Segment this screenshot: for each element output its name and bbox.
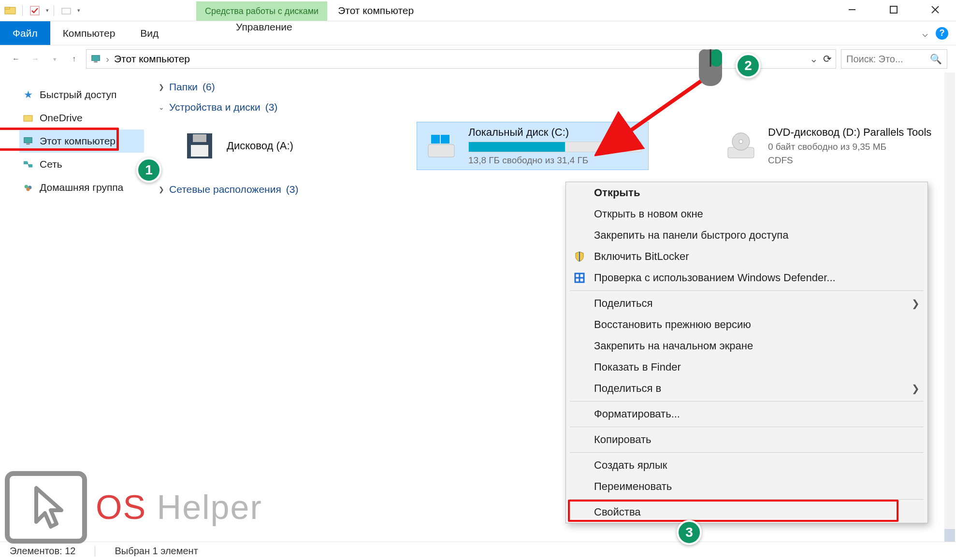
watermark-cursor-frame — [5, 471, 87, 544]
ctx-copy[interactable]: Копировать — [566, 429, 927, 450]
tree-label: Этот компьютер — [40, 135, 116, 147]
disc-icon — [724, 129, 758, 163]
callout-badge-3: 3 — [677, 520, 702, 545]
svg-line-15 — [28, 162, 29, 165]
group-count: (6) — [203, 81, 215, 93]
svg-rect-12 — [26, 144, 29, 145]
svg-rect-1 — [5, 7, 10, 9]
status-selected: Выбран 1 элемент — [115, 546, 198, 557]
group-devices[interactable]: ⌄ Устройства и диски (3) — [156, 98, 946, 118]
address-text: Этот компьютер — [114, 53, 190, 65]
drive-dvd[interactable]: DVD-дисковод (D:) Parallels Tools 0 байт… — [716, 122, 943, 170]
explorer-icon[interactable] — [3, 3, 17, 18]
svg-rect-32 — [699, 49, 710, 67]
tab-file[interactable]: Файл — [0, 21, 50, 45]
qat-dropdown-icon[interactable]: ▾ — [46, 7, 49, 14]
maximize-button[interactable] — [873, 0, 914, 19]
ctx-pin-start[interactable]: Закрепить на начальном экране — [566, 335, 927, 357]
callout-badge-2: 2 — [736, 53, 761, 78]
ctx-share-in[interactable]: Поделиться в❯ — [566, 378, 927, 399]
svg-rect-14 — [29, 164, 32, 167]
pc-icon — [22, 135, 34, 147]
drive-floppy[interactable]: Дисковод (A:) — [175, 122, 349, 170]
ctx-open-new-window[interactable]: Открыть в новом окне — [566, 203, 927, 225]
tab-view[interactable]: Вид — [128, 21, 171, 45]
title-bar: ▾ ▾ Средства работы с дисками Этот компь… — [0, 0, 956, 21]
chevron-right-icon: ❯ — [159, 83, 164, 91]
tree-onedrive[interactable]: OneDrive — [19, 106, 144, 129]
ctx-format[interactable]: Форматировать... — [566, 403, 927, 425]
tree-label: OneDrive — [40, 112, 83, 124]
drive-subtext: 13,8 ГБ свободно из 31,4 ГБ — [468, 155, 641, 166]
group-folders[interactable]: ❯ Папки (6) — [156, 77, 946, 98]
tree-homegroup[interactable]: Домашняя группа — [19, 176, 144, 199]
svg-rect-3 — [62, 8, 71, 14]
tab-computer[interactable]: Компьютер — [50, 21, 128, 45]
svg-point-27 — [739, 140, 743, 144]
drive-fs: CDFS — [768, 155, 936, 166]
ctx-open[interactable]: Открыть — [566, 182, 927, 203]
group-label: Сетевые расположения — [169, 184, 281, 195]
group-count: (3) — [265, 101, 278, 113]
close-button[interactable] — [914, 0, 956, 19]
drive-icon — [424, 129, 459, 163]
chevron-down-icon: ⌄ — [159, 103, 164, 111]
vertical-scrollbar[interactable] — [944, 72, 955, 542]
qat-customize-icon[interactable]: ▾ — [77, 7, 80, 14]
drive-title: Локальный диск (C:) — [468, 126, 641, 139]
nav-back-button[interactable]: ← — [9, 52, 23, 66]
search-placeholder: Поиск: Это... — [846, 54, 903, 65]
nav-recent-button[interactable]: ▾ — [47, 52, 62, 66]
tree-network[interactable]: Сеть — [19, 153, 144, 176]
minimize-button[interactable] — [831, 0, 873, 19]
window-controls — [831, 0, 956, 21]
tab-manage[interactable]: Управление — [223, 21, 305, 33]
search-icon: 🔍 — [930, 53, 942, 65]
watermark-text: OS Helper — [96, 488, 262, 527]
ctx-share[interactable]: Поделиться❯ — [566, 293, 927, 314]
svg-rect-5 — [890, 6, 897, 13]
capacity-bar — [468, 142, 641, 152]
svg-rect-9 — [94, 61, 97, 63]
tree-label: Домашняя группа — [40, 182, 123, 193]
drive-title: Дисковод (A:) — [227, 140, 342, 152]
address-dropdown-icon[interactable]: ⌄ — [810, 53, 818, 65]
ctx-restore-previous[interactable]: Восстановить прежнюю версию — [566, 314, 927, 335]
capacity-bar-fill — [469, 142, 565, 152]
help-icon[interactable]: ? — [936, 27, 948, 40]
nav-forward-button[interactable]: → — [28, 52, 43, 66]
new-folder-icon[interactable] — [59, 3, 73, 18]
search-box[interactable]: Поиск: Это... 🔍 — [841, 49, 947, 69]
star-icon: ★ — [22, 89, 34, 101]
svg-rect-13 — [24, 161, 28, 164]
svg-rect-8 — [92, 56, 100, 61]
drive-local-c[interactable]: Локальный диск (C:) 13,8 ГБ свободно из … — [417, 122, 649, 170]
floppy-icon — [182, 129, 217, 163]
watermark: OS Helper — [5, 471, 262, 544]
ribbon-collapse-icon[interactable]: ⌵ — [922, 28, 928, 39]
svg-rect-33 — [710, 49, 722, 67]
group-label: Папки — [169, 81, 198, 93]
homegroup-icon — [22, 182, 34, 193]
properties-icon[interactable] — [28, 3, 42, 18]
ctx-create-shortcut[interactable]: Создать ярлык — [566, 455, 927, 476]
refresh-icon[interactable]: ⟳ — [823, 53, 832, 65]
ribbon-bar: Файл Компьютер Вид Управление ⌵ ? — [0, 21, 956, 45]
contextual-tab-label: Средства работы с дисками — [196, 1, 327, 21]
svg-rect-11 — [24, 138, 32, 143]
defender-icon — [573, 271, 586, 285]
ctx-bitlocker[interactable]: Включить BitLocker — [566, 246, 927, 267]
ctx-show-in-finder[interactable]: Показать в Finder — [566, 357, 927, 378]
svg-rect-24 — [441, 135, 449, 144]
ctx-pin-quick-access[interactable]: Закрепить на панели быстрого доступа — [566, 225, 927, 246]
tree-quick-access[interactable]: ★ Быстрый доступ — [19, 83, 144, 106]
submenu-arrow-icon: ❯ — [912, 298, 920, 309]
folder-icon — [22, 112, 34, 124]
drive-subtext: 0 байт свободно из 9,35 МБ — [768, 142, 936, 152]
tree-this-pc[interactable]: Этот компьютер — [19, 129, 144, 153]
ctx-rename[interactable]: Переименовать — [566, 476, 927, 497]
ctx-defender[interactable]: Проверка с использованием Windows Defend… — [566, 267, 927, 288]
nav-up-button[interactable]: ↑ — [67, 52, 81, 66]
ctx-properties[interactable]: Свойства — [566, 502, 927, 523]
tree-label: Быстрый доступ — [40, 89, 117, 101]
